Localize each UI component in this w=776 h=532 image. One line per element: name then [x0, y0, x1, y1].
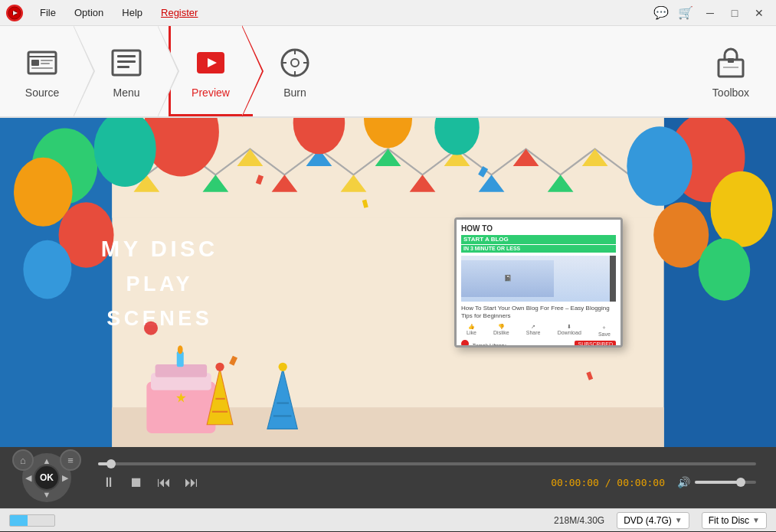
volume-icon: 🔊 — [677, 476, 690, 488]
svg-rect-7 — [41, 63, 50, 64]
status-bar: 218M/4.30G DVD (4.7G) ▼ Fit to Disc ▼ — [0, 508, 776, 531]
toolbar-toolbox[interactable]: Toolbox — [689, 26, 773, 116]
toolbar-burn[interactable]: Burn — [253, 26, 337, 116]
volume-thumb — [736, 478, 745, 487]
source-label: Source — [25, 86, 59, 99]
preview-area: MY DISC PLAY SCENES HOW TO START — [0, 118, 776, 447]
progress-bar[interactable] — [98, 462, 756, 465]
progress-thumb — [106, 459, 116, 468]
nav-disc: ⌂ ≡ ▲ ▼ ◀ ▶ OK — [12, 449, 81, 506]
screen-thumbnail: 📓 — [461, 256, 616, 302]
menu-label: Menu — [113, 86, 139, 99]
status-progress-bar — [9, 514, 55, 527]
svg-point-75 — [215, 363, 224, 371]
stop-button[interactable]: ⏹ — [126, 472, 147, 493]
nav-left-button[interactable]: ◀ — [25, 473, 31, 483]
dislike-action: 👎Dislike — [493, 324, 509, 337]
preview-label: Preview — [192, 86, 230, 99]
next-button[interactable]: ⏭ — [181, 472, 202, 493]
store-icon[interactable]: 🛒 — [675, 5, 696, 21]
svg-point-47 — [23, 240, 71, 299]
svg-rect-6 — [41, 60, 53, 61]
disc-type-value: DVD (4.7G) — [624, 515, 672, 526]
burn-icon — [276, 44, 314, 82]
home-icon: ⌂ — [20, 455, 26, 466]
minimize-button[interactable]: ─ — [699, 5, 721, 21]
preview-icon — [192, 44, 230, 82]
svg-point-67 — [144, 321, 158, 335]
svg-rect-12 — [117, 66, 129, 68]
pause-icon: ⏸ — [102, 475, 116, 491]
download-action: ⬇Download — [558, 324, 581, 337]
subscribed-badge: SUBSCRIBED — [575, 341, 616, 348]
close-button[interactable]: ✕ — [748, 5, 770, 21]
save-action: ＋Save — [598, 324, 611, 337]
window-controls: 💬 🛒 ─ □ ✕ — [650, 5, 770, 21]
disc-type-chevron: ▼ — [675, 516, 683, 524]
share-action: ↗Share — [526, 324, 541, 337]
svg-text:PLAY: PLAY — [126, 273, 193, 295]
volume-area: 🔊 — [677, 476, 756, 488]
screen-description: How To Start Your Own Blog For Free – Ea… — [461, 305, 616, 321]
toolbox-label: Toolbox — [712, 86, 749, 99]
svg-rect-11 — [117, 60, 136, 63]
preview-background: MY DISC PLAY SCENES — [0, 118, 776, 447]
menu-register[interactable]: Register — [152, 4, 207, 21]
prev-icon: ⏮ — [157, 475, 171, 491]
screen-channel: Tweak Library SUBSCRIBED — [461, 340, 616, 348]
menu-file[interactable]: File — [31, 4, 65, 21]
screen-how-to: HOW TO — [461, 224, 616, 233]
source-icon — [23, 44, 61, 82]
main-toolbar: Source Menu Preview — [0, 26, 776, 118]
svg-rect-10 — [117, 55, 136, 57]
fit-chevron: ▼ — [752, 516, 760, 524]
menu-button[interactable]: ≡ — [60, 449, 81, 471]
titlebar: File Option Help Register 💬 🛒 ─ □ ✕ — [0, 0, 776, 26]
nav-right-button[interactable]: ▶ — [62, 473, 68, 483]
toolbar-source[interactable]: Source — [0, 26, 84, 116]
menu-option[interactable]: Option — [65, 4, 113, 21]
stop-icon: ⏹ — [129, 475, 143, 491]
svg-point-51 — [710, 171, 772, 247]
ok-button[interactable]: OK — [34, 465, 60, 491]
feedback-icon[interactable]: 💬 — [650, 5, 672, 21]
time-display: 00:00:00 / 00:00:00 — [551, 477, 665, 488]
maximize-button[interactable]: □ — [724, 5, 745, 21]
burn-label: Burn — [283, 86, 306, 99]
fit-value: Fit to Disc — [709, 515, 749, 526]
svg-rect-8 — [31, 67, 53, 69]
pause-button[interactable]: ⏸ — [98, 472, 120, 493]
toolbar-preview[interactable]: Preview — [169, 26, 253, 116]
playback-controls: ⏸ ⏹ ⏮ ⏭ 00:00:00 / 00:00:00 🔊 — [98, 472, 756, 493]
toolbox-icon — [712, 44, 750, 82]
like-action: 👍Like — [467, 324, 476, 337]
disc-size-label: 218M/4.30G — [554, 515, 604, 526]
svg-rect-5 — [31, 60, 39, 66]
volume-bar[interactable] — [695, 481, 756, 484]
screen-actions: 👍Like 👎Dislike ↗Share ⬇Download ＋Save — [461, 324, 616, 337]
svg-point-17 — [291, 59, 299, 67]
next-icon: ⏭ — [185, 475, 198, 491]
svg-point-72 — [178, 345, 183, 354]
svg-point-45 — [14, 158, 73, 227]
svg-text:SCENES: SCENES — [106, 307, 212, 330]
screen-mockup: HOW TO START A BLOG IN 3 MINUTE OR LESS … — [454, 217, 623, 348]
nav-down-button[interactable]: ▼ — [43, 490, 51, 499]
volume-fill — [695, 481, 741, 484]
menu-nav-list-icon: ≡ — [67, 455, 74, 466]
prev-button[interactable]: ⏮ — [153, 472, 175, 493]
svg-text:MY DISC: MY DISC — [101, 237, 218, 261]
home-button[interactable]: ⌂ — [12, 449, 34, 471]
playback-area: ⏸ ⏹ ⏮ ⏭ 00:00:00 / 00:00:00 🔊 — [90, 462, 764, 493]
svg-point-54 — [627, 126, 693, 206]
menu-help[interactable]: Help — [113, 4, 152, 21]
disc-type-dropdown[interactable]: DVD (4.7G) ▼ — [617, 512, 689, 529]
svg-point-53 — [699, 239, 751, 301]
controls-bar: ⌂ ≡ ▲ ▼ ◀ ▶ OK ⏸ — [0, 447, 776, 508]
svg-rect-23 — [728, 58, 734, 63]
fit-to-disc-dropdown[interactable]: Fit to Disc ▼ — [702, 512, 767, 529]
toolbar-menu[interactable]: Menu — [84, 26, 169, 116]
screen-blog-title: START A BLOG IN 3 MINUTE OR LESS — [461, 235, 616, 253]
app-logo — [6, 5, 23, 21]
menu-nav-icon — [107, 44, 146, 82]
